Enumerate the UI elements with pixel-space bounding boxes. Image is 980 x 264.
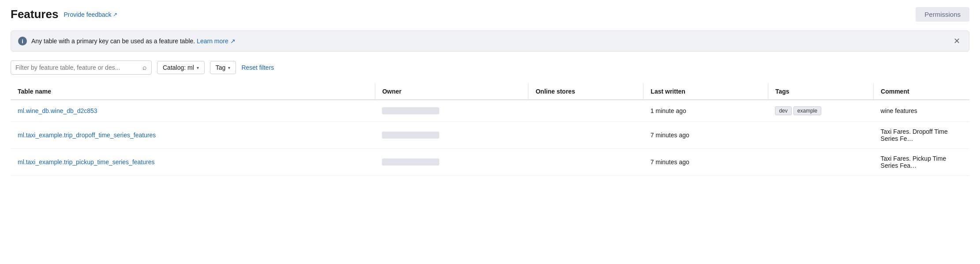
cell-online-stores (528, 100, 643, 122)
permissions-button[interactable]: Permissions (916, 7, 969, 22)
search-input[interactable] (15, 64, 140, 71)
cell-tags: devexample (768, 100, 873, 122)
table-row: ml.taxi_example.trip_dropoff_time_series… (11, 122, 969, 149)
cell-comment: Taxi Fares. Pickup Time Series Fea… (874, 149, 969, 176)
cell-comment: Taxi Fares. Dropoff Time Series Fe… (874, 122, 969, 149)
search-icon: ⌕ (142, 64, 147, 71)
info-banner-content: i Any table with a primary key can be us… (18, 37, 236, 45)
banner-close-button[interactable]: ✕ (952, 36, 962, 46)
col-header-table-name: Table name (11, 83, 375, 100)
cell-table-name: ml.wine_db.wine_db_d2c853 (11, 100, 375, 122)
search-button[interactable]: ⌕ (140, 64, 147, 72)
tag-pill: example (793, 106, 821, 115)
tag-dropdown[interactable]: Tag ▾ (210, 61, 236, 74)
features-table: Table name Owner Online stores Last writ… (11, 83, 969, 176)
table-row: ml.taxi_example.trip_pickup_time_series_… (11, 149, 969, 176)
table-row: ml.wine_db.wine_db_d2c8531 minute agodev… (11, 100, 969, 122)
cell-owner (375, 122, 528, 149)
cell-table-name: ml.taxi_example.trip_pickup_time_series_… (11, 149, 375, 176)
cell-online-stores (528, 122, 643, 149)
cell-online-stores (528, 149, 643, 176)
col-header-owner: Owner (375, 83, 528, 100)
search-wrapper[interactable]: ⌕ (11, 60, 152, 75)
owner-placeholder (382, 132, 439, 139)
learn-more-icon: ↗ (230, 38, 236, 45)
cell-last-written: 7 minutes ago (643, 122, 768, 149)
cell-comment: wine features (874, 100, 969, 122)
filter-bar: ⌕ Catalog: ml ▾ Tag ▾ Reset filters (11, 60, 969, 75)
catalog-dropdown[interactable]: Catalog: ml ▾ (157, 61, 205, 74)
cell-owner (375, 100, 528, 122)
feedback-link[interactable]: Provide feedback ↗ (64, 11, 117, 18)
chevron-down-icon: ▾ (197, 65, 199, 70)
cell-last-written: 1 minute ago (643, 100, 768, 122)
chevron-down-icon: ▾ (228, 65, 230, 70)
cell-tags (768, 122, 873, 149)
table-name-link[interactable]: ml.taxi_example.trip_dropoff_time_series… (18, 132, 156, 139)
catalog-label: Catalog: ml (163, 64, 194, 71)
tag-pill: dev (775, 106, 791, 115)
cell-tags (768, 149, 873, 176)
external-link-icon: ↗ (113, 11, 117, 18)
reset-filters-link[interactable]: Reset filters (241, 64, 274, 71)
cell-last-written: 7 minutes ago (643, 149, 768, 176)
owner-placeholder (382, 158, 439, 166)
info-banner: i Any table with a primary key can be us… (11, 30, 969, 52)
col-header-online-stores: Online stores (528, 83, 643, 100)
learn-more-link[interactable]: Learn more ↗ (197, 38, 235, 45)
owner-placeholder (382, 107, 439, 114)
table-name-link[interactable]: ml.wine_db.wine_db_d2c853 (18, 107, 97, 114)
table-header-row: Table name Owner Online stores Last writ… (11, 83, 969, 100)
info-text: Any table with a primary key can be used… (31, 38, 236, 45)
table-name-link[interactable]: ml.taxi_example.trip_pickup_time_series_… (18, 158, 154, 166)
cell-owner (375, 149, 528, 176)
info-icon: i (18, 37, 27, 45)
tag-label: Tag (216, 64, 226, 71)
col-header-tags: Tags (768, 83, 873, 100)
col-header-last-written: Last written (643, 83, 768, 100)
header-left: Features Provide feedback ↗ (11, 8, 117, 21)
page-title: Features (11, 8, 58, 21)
page-header: Features Provide feedback ↗ Permissions (11, 7, 969, 22)
cell-table-name: ml.taxi_example.trip_dropoff_time_series… (11, 122, 375, 149)
feedback-label: Provide feedback (64, 11, 111, 18)
col-header-comment: Comment (874, 83, 969, 100)
